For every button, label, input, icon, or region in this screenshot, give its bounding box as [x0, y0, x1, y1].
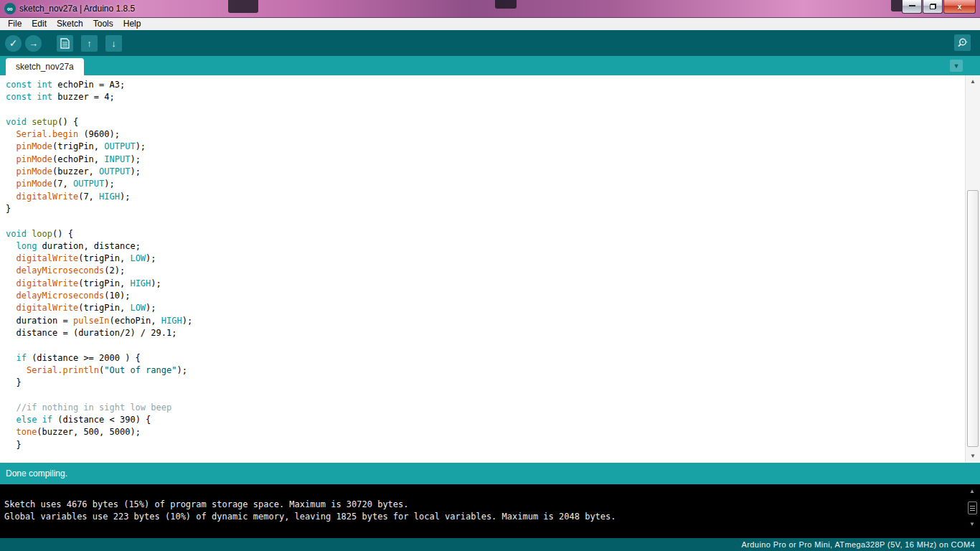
- console-scrollbar[interactable]: ▲ ▼: [966, 486, 979, 536]
- minimize-icon: [909, 4, 915, 6]
- editor-pane: const int echoPin = A3;const int buzzer …: [0, 75, 980, 463]
- upload-arrow-icon: →: [29, 38, 38, 49]
- code-line: Serial.println("Out of range");: [6, 364, 965, 377]
- verify-check-icon: ✓: [9, 37, 18, 49]
- background-window-shape: [495, 0, 517, 9]
- menu-help[interactable]: Help: [118, 18, 146, 30]
- code-line: digitalWrite(trigPin, HIGH);: [6, 278, 965, 290]
- code-line: pinMode(echoPin, INPUT);: [6, 154, 965, 166]
- code-line: digitalWrite(7, HIGH);: [6, 191, 965, 203]
- serial-monitor-magnifier-icon: [957, 37, 968, 48]
- title-bar: ∞ sketch_nov27a | Arduino 1.8.5 x: [0, 0, 980, 18]
- minimize-button[interactable]: [902, 0, 922, 14]
- code-line: const int echoPin = A3;: [6, 79, 965, 91]
- menu-tools[interactable]: Tools: [88, 18, 118, 30]
- restore-icon: [930, 4, 936, 9]
- console-line: Global variables use 223 bytes (10%) of …: [4, 511, 980, 523]
- code-line: tone(buzzer, 500, 5000);: [6, 426, 965, 438]
- code-line: [6, 104, 965, 116]
- tab-sketch-nov27a[interactable]: sketch_nov27a: [6, 58, 84, 75]
- tab-bar: sketch_nov27a ▼: [0, 56, 980, 75]
- close-button[interactable]: x: [943, 0, 976, 14]
- open-button[interactable]: ↑: [81, 35, 98, 52]
- board-port-info: Arduino Pro or Pro Mini, ATmega328P (5V,…: [742, 540, 975, 549]
- save-arrow-icon: ↓: [111, 38, 116, 49]
- window-controls: x: [901, 0, 976, 14]
- code-line: if (distance >= 2000 ) {: [6, 352, 965, 364]
- verify-button[interactable]: ✓: [5, 35, 22, 52]
- console-scrollbar-thumb[interactable]: [968, 501, 977, 514]
- board-info-bar: Arduino Pro or Pro Mini, ATmega328P (5V,…: [0, 538, 980, 551]
- window-title: sketch_nov27a | Arduino 1.8.5: [19, 4, 135, 14]
- new-sketch-button[interactable]: [57, 35, 73, 52]
- code-line: delayMicroseconds(2);: [6, 265, 965, 277]
- code-line: [6, 389, 965, 401]
- save-button[interactable]: ↓: [105, 35, 122, 52]
- toolbar: ✓ → ↑ ↓: [0, 30, 980, 56]
- close-icon: x: [958, 3, 962, 11]
- code-line: delayMicroseconds(10);: [6, 290, 965, 302]
- menu-sketch[interactable]: Sketch: [52, 18, 88, 30]
- code-line: void loop() {: [6, 228, 965, 240]
- code-line: void setup() {: [6, 116, 965, 128]
- code-line: long duration, distance;: [6, 240, 965, 253]
- console-line: Sketch uses 4676 bytes (15%) of program …: [4, 499, 980, 511]
- console-scroll-up-icon[interactable]: ▲: [969, 486, 975, 496]
- status-bar: Done compiling.: [0, 463, 980, 484]
- code-line: const int buzzer = 4;: [6, 91, 965, 103]
- menu-file[interactable]: File: [3, 18, 27, 30]
- console-output: Sketch uses 4676 bytes (15%) of program …: [0, 484, 980, 523]
- serial-monitor-button[interactable]: [954, 34, 971, 51]
- menu-edit[interactable]: Edit: [27, 18, 52, 30]
- scrollbar-down-icon[interactable]: ▼: [966, 450, 980, 461]
- code-line: [6, 215, 965, 227]
- console-scroll-down-icon[interactable]: ▼: [969, 519, 975, 529]
- code-line: }: [6, 439, 965, 451]
- code-line: }: [6, 203, 965, 215]
- open-arrow-icon: ↑: [87, 38, 92, 49]
- editor-scrollbar-thumb[interactable]: [967, 190, 979, 447]
- restore-button[interactable]: [923, 0, 943, 14]
- code-line: //if nothing in sight low beep: [6, 402, 965, 414]
- arduino-ide-window: ∞ sketch_nov27a | Arduino 1.8.5 x File E…: [0, 0, 980, 551]
- code-line: pinMode(7, OUTPUT);: [6, 178, 965, 190]
- tab-label: sketch_nov27a: [16, 62, 74, 72]
- code-line: else if (distance < 390) {: [6, 414, 965, 426]
- code-line: pinMode(buzzer, OUTPUT);: [6, 166, 965, 178]
- console-pane: Sketch uses 4676 bytes (15%) of program …: [0, 484, 980, 538]
- code-line: }: [6, 377, 965, 389]
- code-line: distance = (duration/2) / 29.1;: [6, 327, 965, 339]
- chevron-down-icon: ▼: [953, 62, 960, 70]
- tab-list-dropdown-button[interactable]: ▼: [950, 60, 963, 72]
- code-line: Serial.begin (9600);: [6, 128, 965, 141]
- new-document-icon: [60, 38, 70, 49]
- menu-bar: File Edit Sketch Tools Help: [0, 18, 980, 30]
- editor-scrollbar[interactable]: ▲ ▼: [965, 75, 980, 463]
- code-line: digitalWrite(trigPin, LOW);: [6, 253, 965, 265]
- arduino-logo-icon: ∞: [4, 3, 16, 14]
- code-line: digitalWrite(trigPin, LOW);: [6, 302, 965, 314]
- code-line: pinMode(trigPin, OUTPUT);: [6, 141, 965, 153]
- code-line: [6, 339, 965, 352]
- code-line: duration = pulseIn(echoPin, HIGH);: [6, 315, 965, 327]
- upload-button[interactable]: →: [25, 35, 42, 52]
- status-message: Done compiling.: [6, 468, 67, 479]
- background-window-shape: [228, 0, 258, 13]
- scrollbar-up-icon[interactable]: ▲: [966, 75, 980, 87]
- code-area[interactable]: const int echoPin = A3;const int buzzer …: [0, 75, 965, 463]
